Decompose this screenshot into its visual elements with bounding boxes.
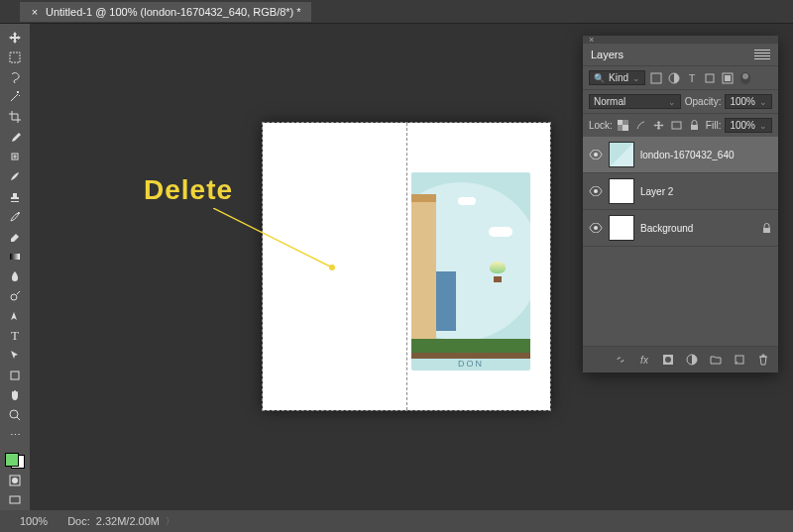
svg-point-18 <box>742 73 748 79</box>
opacity-label: Opacity: <box>685 96 722 107</box>
zoom-status[interactable]: 100% <box>20 515 48 527</box>
svg-point-8 <box>12 478 18 483</box>
eraser-tool-icon[interactable] <box>3 228 27 246</box>
layer-row[interactable]: Layer 2 <box>583 173 778 210</box>
wand-tool-icon[interactable] <box>3 88 27 106</box>
gradient-tool-icon[interactable] <box>3 248 27 266</box>
filter-type-icon[interactable]: T <box>685 71 699 85</box>
hand-tool-icon[interactable] <box>3 386 27 404</box>
tools-toolbar: T ⋯ <box>0 24 30 510</box>
filter-adjust-icon[interactable] <box>667 71 681 85</box>
placed-image: DON <box>411 172 530 371</box>
foreground-color-swatch[interactable] <box>5 453 19 467</box>
visibility-icon[interactable] <box>589 186 603 196</box>
status-bar: 100% Doc: 2.32M/2.00M 〉 <box>0 510 793 532</box>
svg-point-6 <box>10 410 18 418</box>
layers-panel-footer: fx <box>583 346 778 372</box>
history-brush-tool-icon[interactable] <box>3 208 27 226</box>
close-icon[interactable]: × <box>30 7 40 17</box>
svg-rect-9 <box>10 496 20 503</box>
filter-kind-dropdown[interactable]: 🔍Kind⌄ <box>589 70 645 85</box>
svg-rect-16 <box>725 75 731 81</box>
annotation-label: Delete <box>144 174 233 206</box>
svg-rect-14 <box>706 74 714 82</box>
blur-tool-icon[interactable] <box>3 267 27 285</box>
visibility-icon[interactable] <box>589 150 603 160</box>
link-layers-icon[interactable] <box>614 353 627 367</box>
crop-tool-icon[interactable] <box>3 108 27 126</box>
layer-thumbnail[interactable] <box>609 215 634 241</box>
shape-tool-icon[interactable] <box>3 367 27 384</box>
delete-layer-icon[interactable] <box>756 353 770 367</box>
layer-row[interactable]: london-1670432_640 <box>583 137 778 173</box>
opacity-input[interactable]: 100%⌄ <box>725 94 772 109</box>
filter-pixel-icon[interactable] <box>649 71 663 85</box>
move-tool-icon[interactable] <box>3 29 27 47</box>
lock-transparency-icon[interactable] <box>617 119 630 133</box>
heal-tool-icon[interactable] <box>3 148 27 165</box>
layer-row[interactable]: Background <box>583 210 778 247</box>
zoom-tool-icon[interactable] <box>3 406 27 424</box>
layer-mask-icon[interactable] <box>661 353 675 367</box>
lock-position-icon[interactable] <box>652 119 666 133</box>
path-select-tool-icon[interactable] <box>3 347 27 365</box>
panel-title[interactable]: Layers <box>591 49 623 60</box>
layer-name[interactable]: london-1670432_640 <box>640 150 772 160</box>
layers-panel: × Layers 🔍Kind⌄ T Normal⌄ Opacity: 100%⌄… <box>583 36 778 372</box>
type-tool-icon[interactable]: T <box>3 327 27 345</box>
lock-all-icon[interactable] <box>688 119 702 133</box>
svg-rect-22 <box>672 122 681 129</box>
document-tab-bar: × Untitled-1 @ 100% (london-1670432_640,… <box>0 0 793 24</box>
svg-point-4 <box>11 294 17 300</box>
artwork-caption: DON <box>411 359 530 369</box>
svg-point-29 <box>665 357 671 363</box>
filter-shape-icon[interactable] <box>703 71 717 85</box>
lock-artboard-icon[interactable] <box>670 119 684 133</box>
marquee-tool-icon[interactable] <box>3 49 27 66</box>
svg-rect-0 <box>10 53 20 62</box>
blend-mode-dropdown[interactable]: Normal⌄ <box>589 94 681 109</box>
document-canvas[interactable]: DON <box>263 123 550 410</box>
quickmask-icon[interactable] <box>3 472 27 489</box>
svg-point-2 <box>18 212 20 214</box>
adjustment-layer-icon[interactable] <box>685 353 699 367</box>
lock-pixels-icon[interactable] <box>634 119 648 133</box>
svg-rect-5 <box>11 372 19 379</box>
layer-style-icon[interactable]: fx <box>637 353 651 367</box>
svg-rect-23 <box>691 125 698 130</box>
edit-toolbar-icon[interactable]: ⋯ <box>3 426 27 444</box>
stamp-tool-icon[interactable] <box>3 188 27 206</box>
layer-thumbnail[interactable] <box>609 142 634 167</box>
fill-label: Fill: <box>706 120 722 131</box>
brush-tool-icon[interactable] <box>3 167 27 185</box>
fill-input[interactable]: 100%⌄ <box>725 118 772 133</box>
dodge-tool-icon[interactable] <box>3 287 27 305</box>
filter-smart-icon[interactable] <box>721 71 735 85</box>
close-panel-icon[interactable]: × <box>589 35 594 45</box>
layer-name[interactable]: Layer 2 <box>640 186 772 197</box>
svg-rect-20 <box>618 120 623 125</box>
color-swatches[interactable] <box>3 451 27 471</box>
panel-menu-icon[interactable] <box>754 48 770 61</box>
svg-rect-12 <box>651 73 661 83</box>
doc-status[interactable]: Doc: 2.32M/2.00M 〉 <box>67 515 174 528</box>
new-layer-icon[interactable] <box>733 353 746 367</box>
svg-point-24 <box>594 153 598 157</box>
lock-label: Lock: <box>589 120 613 131</box>
vertical-guide <box>406 123 407 410</box>
svg-point-26 <box>594 226 598 230</box>
panel-header-bar[interactable]: × <box>583 36 778 44</box>
filter-toggle-icon[interactable] <box>738 71 752 85</box>
svg-rect-3 <box>10 254 20 260</box>
visibility-icon[interactable] <box>589 223 603 233</box>
layer-name[interactable]: Background <box>640 223 755 234</box>
layer-thumbnail[interactable] <box>609 178 634 204</box>
svg-point-25 <box>594 189 598 193</box>
document-tab[interactable]: × Untitled-1 @ 100% (london-1670432_640,… <box>20 2 311 22</box>
group-icon[interactable] <box>709 353 723 367</box>
document-tab-title: Untitled-1 @ 100% (london-1670432_640, R… <box>46 6 301 18</box>
eyedropper-tool-icon[interactable] <box>3 128 27 146</box>
lasso-tool-icon[interactable] <box>3 68 27 86</box>
pen-tool-icon[interactable] <box>3 307 27 325</box>
screenmode-icon[interactable] <box>3 491 27 509</box>
